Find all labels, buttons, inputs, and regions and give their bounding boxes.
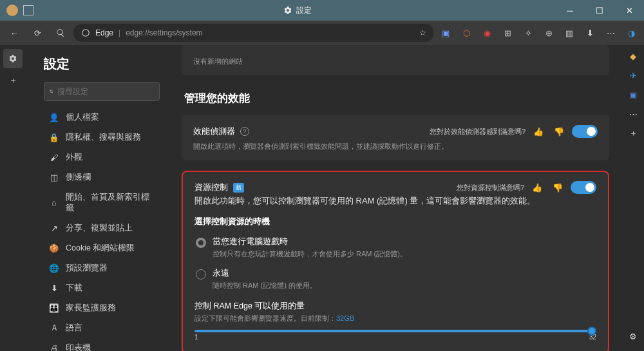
person-icon: 👤 bbox=[49, 113, 59, 123]
sidebar-settings-icon[interactable]: ⚙ bbox=[626, 329, 640, 343]
slider-desc: 設定下限可能會影響瀏覽器速度。目前限制：32GB bbox=[194, 314, 596, 323]
slider-thumb[interactable] bbox=[587, 327, 596, 336]
thumbs-down-button[interactable]: 👎 bbox=[551, 124, 567, 139]
window-titlebar: 設定 ─ ☐ ✕ bbox=[0, 0, 644, 21]
downloads-icon[interactable]: ⬇ bbox=[581, 24, 599, 42]
reading-list-icon[interactable]: ▥ bbox=[560, 24, 578, 42]
sidebar-app-4[interactable]: ⋯ bbox=[626, 107, 640, 121]
svg-point-0 bbox=[82, 30, 90, 37]
nav-item-label: 預設瀏覽器 bbox=[66, 263, 108, 274]
nav-item-cookie[interactable]: 🍪Cookie 和網站權限 bbox=[44, 238, 160, 258]
radio-option-always[interactable]: 永遠 隨時控制 RAM (記憶體) 的使用。 bbox=[194, 265, 596, 297]
perf-detector-desc: 開啟此選項時，瀏覽器會偵測到索引標籤效能問題，並建議採取動作以進行修正。 bbox=[193, 142, 598, 151]
cookie-icon: 🍪 bbox=[49, 243, 59, 254]
nav-item-browser[interactable]: 🌐預設瀏覽器 bbox=[44, 258, 160, 278]
home-icon: ⌂ bbox=[49, 198, 59, 208]
download-icon: ⬇ bbox=[49, 283, 59, 294]
nav-item-download[interactable]: ⬇下載 bbox=[44, 278, 160, 298]
nav-item-label: Cookie 和網站權限 bbox=[66, 243, 135, 254]
search-button[interactable] bbox=[50, 23, 71, 43]
info-icon[interactable]: ? bbox=[240, 127, 249, 136]
extension-translate-icon[interactable]: ▣ bbox=[437, 24, 455, 42]
settings-nav: 👤個人檔案🔒隱私權、搜尋與服務🖌外觀◫側邊欄⌂開始、首頁及新索引標籤↗分享、複製… bbox=[44, 108, 160, 351]
menu-icon[interactable]: ⋯ bbox=[601, 24, 620, 42]
settings-search[interactable] bbox=[44, 82, 160, 101]
settings-tab-icon[interactable] bbox=[3, 49, 23, 68]
radio-icon bbox=[196, 269, 206, 280]
vertical-tab-bar: ＋ bbox=[0, 45, 26, 351]
resource-control-toggle[interactable] bbox=[571, 181, 596, 194]
startup-sites-card: 沒有新增的網站 bbox=[182, 45, 609, 75]
address-toolbar: ← ⟳ Edge | edge://settings/system ☆ ▣ ⬡ … bbox=[0, 21, 644, 45]
opt2-desc: 隨時控制 RAM (記憶體) 的使用。 bbox=[213, 281, 317, 290]
nav-item-family[interactable]: 👪家長監護服務 bbox=[44, 298, 160, 318]
nav-item-lang[interactable]: Ａ語言 bbox=[44, 318, 160, 338]
thumbs-up-button[interactable]: 👍 bbox=[529, 180, 545, 195]
resource-feedback-text: 您對資源控制滿意嗎? bbox=[457, 183, 524, 193]
nav-item-label: 側邊欄 bbox=[66, 172, 91, 183]
nav-item-lock[interactable]: 🔒隱私權、搜尋與服務 bbox=[44, 128, 160, 147]
close-button[interactable]: ✕ bbox=[614, 0, 644, 21]
collections-icon[interactable]: ⊕ bbox=[540, 24, 558, 42]
no-sites-text: 沒有新增的網站 bbox=[193, 57, 598, 66]
favorites-icon[interactable]: ✧ bbox=[519, 24, 537, 42]
nav-item-label: 個人檔案 bbox=[66, 112, 99, 123]
new-tab-button[interactable]: ＋ bbox=[3, 71, 23, 90]
perf-feedback-text: 您對於效能偵測器感到滿意嗎? bbox=[430, 127, 526, 137]
nav-item-label: 隱私權、搜尋與服務 bbox=[66, 132, 141, 143]
search-icon bbox=[50, 87, 53, 96]
nav-item-appearance[interactable]: 🖌外觀 bbox=[44, 147, 160, 167]
maximize-button[interactable]: ☐ bbox=[585, 0, 614, 21]
sidebar-add-button[interactable]: ＋ bbox=[626, 126, 640, 140]
settings-search-input[interactable] bbox=[57, 87, 154, 96]
favorite-star-icon[interactable]: ☆ bbox=[419, 28, 426, 37]
slider-min-label: 1 bbox=[194, 334, 198, 341]
lock-icon: 🔒 bbox=[49, 133, 59, 143]
settings-icon bbox=[283, 6, 292, 15]
sidebar-app-1[interactable]: ◆ bbox=[626, 49, 640, 63]
perf-detector-title: 效能偵測器 bbox=[193, 126, 235, 137]
radio-option-gaming[interactable]: 當您進行電腦遊戲時 控制只有在您玩計算機遊戲時，才會使用多少 RAM (記憶體)… bbox=[194, 234, 596, 265]
new-tag: 新 bbox=[233, 183, 244, 193]
extensions-menu-icon[interactable]: ⊞ bbox=[498, 24, 516, 42]
opt1-desc: 控制只有在您玩計算機遊戲時，才會使用多少 RAM (記憶體)。 bbox=[213, 249, 407, 259]
ram-slider[interactable] bbox=[194, 330, 596, 332]
printer-icon: 🖨 bbox=[49, 343, 59, 352]
choose-timing-label: 選擇控制資源的時機 bbox=[194, 216, 596, 227]
extension-shield-icon[interactable]: ⬡ bbox=[457, 24, 475, 42]
nav-item-printer[interactable]: 🖨印表機 bbox=[44, 338, 160, 351]
edge-logo-icon bbox=[81, 28, 90, 37]
nav-item-person[interactable]: 👤個人檔案 bbox=[44, 108, 160, 128]
edge-sidebar: ◆ ✈ ▣ ⋯ ＋ ⚙ bbox=[622, 45, 644, 351]
nav-item-share[interactable]: ↗分享、複製並貼上 bbox=[44, 218, 160, 238]
settings-sidebar: 設定 👤個人檔案🔒隱私權、搜尋與服務🖌外觀◫側邊欄⌂開始、首頁及新索引標籤↗分享… bbox=[26, 45, 169, 351]
resource-desc: 開啟此功能時，您可以控制瀏覽器可使用的 RAM (記憶體) 量，這可能會影響瀏覽… bbox=[194, 195, 596, 207]
search-icon bbox=[56, 28, 65, 37]
browser-icon: 🌐 bbox=[49, 263, 59, 274]
minimize-button[interactable]: ─ bbox=[555, 0, 585, 21]
settings-page: 設定 👤個人檔案🔒隱私權、搜尋與服務🖌外觀◫側邊欄⌂開始、首頁及新索引標籤↗分享… bbox=[26, 45, 622, 351]
copilot-icon[interactable]: ◑ bbox=[622, 24, 640, 42]
workspace-icon[interactable] bbox=[23, 5, 33, 15]
url-brand: Edge bbox=[95, 28, 113, 37]
sidebar-app-2[interactable]: ✈ bbox=[626, 68, 640, 82]
profile-avatar[interactable] bbox=[6, 5, 18, 16]
window-title: 設定 bbox=[296, 5, 312, 16]
extension-adblock-icon[interactable]: ◉ bbox=[478, 24, 496, 42]
perf-detector-card: 效能偵測器 ? 您對於效能偵測器感到滿意嗎? 👍 👎 開啟此選項時，瀏覽器會偵測… bbox=[182, 115, 609, 160]
nav-item-sidebar[interactable]: ◫側邊欄 bbox=[44, 167, 160, 187]
perf-detector-toggle[interactable] bbox=[572, 125, 598, 138]
nav-item-home[interactable]: ⌂開始、首頁及新索引標籤 bbox=[44, 187, 160, 218]
sidebar-app-3[interactable]: ▣ bbox=[626, 88, 640, 102]
address-bar[interactable]: Edge | edge://settings/system ☆ bbox=[73, 24, 434, 42]
url-path: edge://settings/system bbox=[126, 28, 414, 37]
resource-control-card: 資源控制 新 您對資源控制滿意嗎? 👍 👎 開啟此功能時，您可以控制瀏覽器可使用… bbox=[182, 171, 609, 351]
thumbs-up-button[interactable]: 👍 bbox=[531, 124, 546, 139]
nav-item-label: 語言 bbox=[66, 323, 82, 334]
family-icon: 👪 bbox=[49, 303, 59, 314]
back-button[interactable]: ← bbox=[4, 23, 24, 43]
thumbs-down-button[interactable]: 👎 bbox=[550, 180, 565, 195]
opt2-title: 永遠 bbox=[213, 268, 317, 279]
refresh-button[interactable]: ⟳ bbox=[27, 23, 48, 43]
nav-item-label: 家長監護服務 bbox=[66, 303, 116, 314]
